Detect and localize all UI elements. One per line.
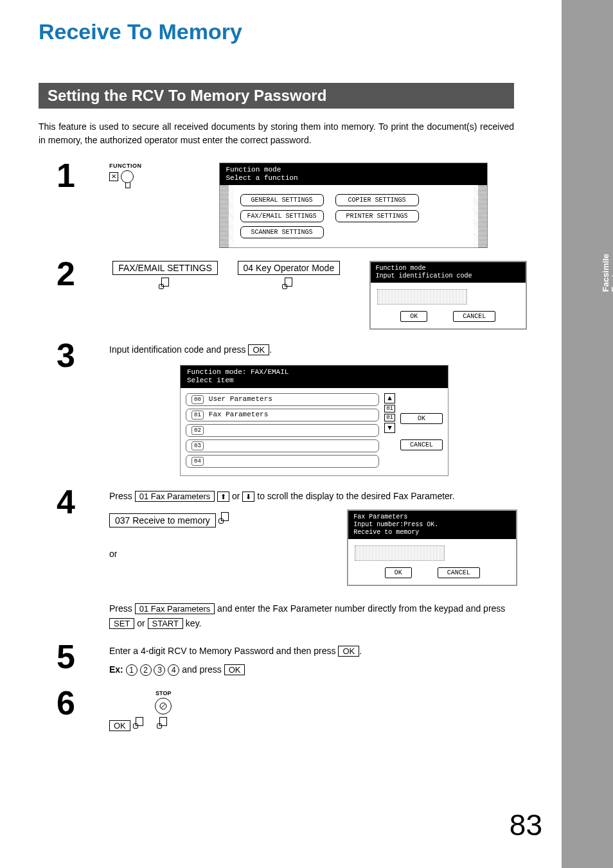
step-number-4: 4: [57, 483, 75, 521]
tap-icon: [159, 278, 172, 289]
general-settings-button[interactable]: GENERAL SETTINGS: [240, 194, 324, 206]
item-label: User Parameters: [209, 395, 272, 404]
digit-2: 2: [140, 664, 152, 676]
up-arrow-icon: ⬆: [217, 492, 229, 502]
scroll-down-button[interactable]: ▼: [384, 423, 395, 433]
step4-key-txt: key.: [183, 618, 202, 628]
dlg4-title2: Input number:Press OK.: [353, 521, 511, 529]
dlg4-title3: Receive to memory: [353, 529, 511, 536]
scroll-pos-top: 01: [384, 405, 395, 412]
item-num: 03: [191, 441, 204, 450]
fax-email-settings-softkey[interactable]: FAX/EMAIL SETTINGS: [112, 261, 218, 275]
ok-inline-box: OK: [248, 344, 269, 355]
tap-icon: [218, 512, 231, 524]
step4-or-sep: or: [232, 491, 242, 501]
step-number-6: 6: [57, 684, 75, 722]
ok-button[interactable]: OK: [385, 567, 412, 578]
function-key[interactable]: FUNCTION ✕: [109, 163, 142, 183]
fax-params-dialog: Fax Parameters Input number:Press OK. Re…: [347, 509, 517, 586]
step4-or2: or: [134, 618, 147, 628]
cancel-button[interactable]: CANCEL: [453, 311, 495, 322]
step5-line: Enter a 4-digit RCV to Memory Password a…: [109, 646, 338, 656]
stop-icon: [159, 702, 167, 710]
scroll-pos-bot: 01: [384, 414, 395, 421]
dlg4-title1: Fax Parameters: [353, 513, 511, 521]
scanner-settings-button[interactable]: SCANNER SETTINGS: [240, 226, 324, 238]
down-arrow-icon: ⬇: [242, 492, 254, 502]
fax-params-inline: 01 Fax Parameters: [135, 491, 215, 502]
side-tab-label: Facsimile Features: [601, 254, 613, 292]
function-key-label: FUNCTION: [109, 163, 142, 169]
key-operator-mode-softkey[interactable]: 04 Key Operator Mode: [238, 261, 341, 275]
step5-and-press: and press: [182, 664, 224, 675]
id-code-dialog: Function mode Input identification code …: [369, 261, 527, 330]
printer-settings-button[interactable]: PRINTER SETTINGS: [335, 210, 419, 222]
item-num: 00: [191, 395, 204, 404]
step4-scroll-text: to scroll the display to the desired Fax…: [257, 491, 454, 501]
ex-label: Ex:: [109, 664, 123, 675]
ok-key[interactable]: OK: [109, 720, 130, 731]
page-title: Receive To Memory: [39, 19, 527, 44]
dlg2-title2: Input identification code: [376, 272, 520, 280]
page-number: 83: [510, 808, 542, 842]
set-inline: SET: [109, 618, 134, 629]
digit-4: 4: [168, 664, 179, 676]
lcd3-title2: Select item: [187, 376, 441, 385]
scroll-up-button[interactable]: ▲: [384, 393, 395, 403]
lcd-left-pattern: [220, 185, 229, 247]
fax-params-inline2: 01 Fax Parameters: [135, 603, 215, 614]
lcd1-title2: Select a function: [226, 174, 481, 182]
list-item[interactable]: 02: [186, 424, 379, 437]
cancel-button[interactable]: CANCEL: [438, 567, 480, 578]
fax-number-input[interactable]: [355, 545, 445, 561]
step5-dot: .: [359, 646, 362, 656]
ok-inline: OK: [338, 646, 359, 657]
cancel-icon: ✕: [109, 172, 118, 181]
step3-text-before: Input identification code and press: [109, 344, 248, 355]
id-code-input[interactable]: [377, 289, 467, 305]
list-item[interactable]: 03: [186, 439, 379, 452]
step4-or: or: [109, 547, 231, 561]
svg-line-1: [161, 704, 165, 708]
dlg2-title1: Function mode: [376, 265, 520, 272]
fax-email-settings-button[interactable]: FAX/EMAIL SETTINGS: [240, 210, 324, 222]
stop-label: STOP: [155, 690, 172, 696]
receive-to-memory-softkey[interactable]: 037 Receive to memory: [109, 513, 216, 527]
list-item[interactable]: 00User Parameters: [186, 393, 379, 406]
ok-button[interactable]: OK: [400, 311, 427, 322]
ok-button[interactable]: OK: [400, 413, 443, 424]
step-number-3: 3: [57, 336, 75, 375]
lcd-right-pattern: [478, 185, 487, 247]
digit-3: 3: [154, 664, 165, 676]
start-inline: START: [148, 618, 183, 629]
item-label: Fax Parameters: [209, 411, 268, 420]
copier-settings-button[interactable]: COPIER SETTINGS: [335, 194, 419, 206]
step-number-5: 5: [57, 637, 75, 676]
stop-key[interactable]: [155, 698, 172, 714]
step4-alt-mid: and enter the Fax Parameter number direc…: [215, 603, 505, 614]
step-number-2: 2: [57, 254, 75, 293]
tap-icon: [282, 278, 295, 289]
step4-press: Press: [109, 491, 135, 501]
digit-1: 1: [126, 664, 138, 676]
section-header: Setting the RCV To Memory Password: [39, 83, 514, 109]
step3-text-after: .: [269, 344, 272, 355]
lcd-screen-3: Function mode: FAX/EMAIL Select item 00U…: [180, 365, 449, 475]
function-round-icon: [121, 170, 134, 183]
ok-inline2: OK: [224, 664, 245, 675]
item-num: 02: [191, 426, 204, 435]
step4-alt-press: Press: [109, 603, 135, 614]
list-item[interactable]: 04: [186, 455, 379, 468]
item-num: 04: [191, 457, 204, 466]
lcd-screen-1: Function mode Select a function GENERAL …: [219, 163, 488, 248]
step-number-1: 1: [57, 156, 75, 195]
lcd1-title1: Function mode: [226, 166, 481, 174]
cancel-button[interactable]: CANCEL: [400, 439, 443, 450]
tap-icon: [157, 717, 170, 729]
lcd3-title1: Function mode: FAX/EMAIL: [187, 368, 441, 376]
list-item[interactable]: 01Fax Parameters: [186, 409, 379, 421]
side-band: [562, 0, 613, 868]
tap-icon: [133, 717, 146, 729]
intro-text: This feature is used to secure all recei…: [39, 120, 514, 147]
item-num: 01: [191, 411, 204, 420]
